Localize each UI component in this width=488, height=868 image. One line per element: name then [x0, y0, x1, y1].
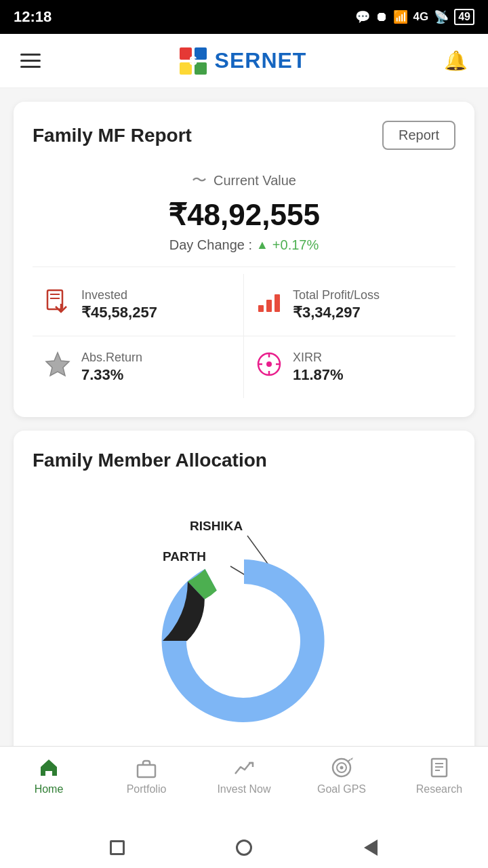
home-circle — [236, 840, 252, 856]
current-value-section: 〜 Current Value ₹48,92,555 Day Change : … — [33, 163, 455, 267]
record-icon: ⏺ — [375, 10, 388, 24]
logo: S SERNET — [178, 46, 307, 76]
svg-marker-12 — [46, 353, 69, 376]
status-bar: 12:18 💬 ⏺ 📶 4G 📡 49 — [0, 0, 488, 34]
nav-label-home: Home — [35, 783, 64, 795]
nav-item-goal[interactable]: Goal GPS — [293, 756, 390, 795]
profit-info: Total Profit/Loss ₹3,34,297 — [293, 288, 380, 321]
portfolio-icon — [135, 756, 158, 779]
metric-invested: Invested ₹45,58,257 — [33, 274, 244, 336]
svg-marker-27 — [350, 757, 353, 760]
xirr-value: 11.87% — [293, 366, 344, 384]
svg-rect-10 — [266, 300, 272, 312]
nav-item-research[interactable]: Research — [390, 756, 488, 795]
invested-label: Invested — [81, 288, 157, 302]
abs-return-icon — [43, 350, 72, 384]
day-change: Day Change : ▲ +0.17% — [33, 237, 455, 253]
notification-bell[interactable]: 🔔 — [444, 50, 468, 72]
home-icon — [37, 756, 60, 779]
sys-back-button[interactable] — [107, 837, 127, 858]
metric-xirr: XIRR 11.87% — [244, 336, 455, 398]
allocation-title: Family Member Allocation — [33, 450, 455, 471]
recents-triangle — [364, 840, 378, 856]
abs-return-value: 7.33% — [81, 366, 142, 384]
chart-container: RISHIKA PARTH — [33, 485, 455, 770]
trend-icon: 〜 — [192, 170, 207, 191]
network-icon: 4G — [413, 10, 429, 24]
nav-label-invest: Invest Now — [217, 783, 270, 795]
svg-rect-9 — [258, 305, 264, 312]
svg-point-14 — [266, 361, 272, 367]
invested-info: Invested ₹45,58,257 — [81, 288, 157, 321]
svg-point-25 — [340, 766, 344, 770]
svg-rect-22 — [138, 765, 155, 777]
card-title: Family MF Report — [33, 125, 192, 146]
battery-icon: 49 — [454, 9, 474, 25]
invest-icon — [232, 756, 256, 779]
current-value-amount: ₹48,92,555 — [33, 197, 455, 232]
svg-rect-5 — [47, 290, 62, 309]
nav-item-portfolio[interactable]: Portfolio — [98, 756, 195, 795]
nav-label-goal: Goal GPS — [317, 783, 366, 795]
up-arrow-icon: ▲ — [256, 238, 268, 252]
profit-icon — [255, 288, 283, 322]
header: S SERNET 🔔 — [0, 34, 488, 88]
invested-icon — [43, 288, 72, 322]
sys-recents-button[interactable] — [361, 837, 381, 858]
svg-line-26 — [348, 760, 350, 762]
signal-icon: 📶 — [393, 9, 408, 24]
abs-return-info: Abs.Return 7.33% — [81, 351, 142, 384]
back-square — [110, 840, 125, 855]
logo-icon: S — [178, 46, 208, 76]
goal-icon — [330, 756, 353, 779]
menu-button[interactable] — [20, 54, 41, 68]
svg-point-21 — [197, 593, 291, 688]
allocation-card: Family Member Allocation RISHIKA PARTH — [14, 431, 474, 789]
msg-icon: 💬 — [355, 9, 370, 24]
current-value-label: 〜 Current Value — [33, 170, 455, 191]
logo-text: SERNET — [215, 48, 307, 73]
bottom-nav: Home Portfolio Invest Now Goal GPS — [0, 746, 488, 827]
metric-profit-loss: Total Profit/Loss ₹3,34,297 — [244, 274, 455, 336]
donut-chart — [142, 539, 346, 743]
xirr-info: XIRR 11.87% — [293, 351, 344, 384]
status-icons: 💬 ⏺ 📶 4G 📡 49 — [355, 9, 474, 25]
time: 12:18 — [14, 8, 52, 26]
metrics-grid: Invested ₹45,58,257 Total Profit/Loss ₹3… — [33, 274, 455, 398]
nav-item-invest[interactable]: Invest Now — [195, 756, 293, 795]
abs-return-label: Abs.Return — [81, 351, 142, 365]
xirr-icon — [255, 350, 283, 384]
metric-abs-return: Abs.Return 7.33% — [33, 336, 244, 398]
card-header: Family MF Report Report — [33, 121, 455, 150]
profit-value: ₹3,34,297 — [293, 304, 380, 321]
nav-item-home[interactable]: Home — [0, 756, 98, 795]
wifi-icon: 📡 — [434, 9, 449, 24]
system-nav — [0, 827, 488, 868]
sys-home-button[interactable] — [234, 837, 254, 858]
nav-label-research: Research — [416, 783, 462, 795]
invested-value: ₹45,58,257 — [81, 304, 157, 321]
research-icon — [428, 756, 451, 779]
profit-label: Total Profit/Loss — [293, 288, 380, 302]
nav-label-portfolio: Portfolio — [127, 783, 167, 795]
day-change-value: +0.17% — [272, 237, 319, 253]
family-mf-report-card: Family MF Report Report 〜 Current Value … — [14, 102, 474, 417]
report-button[interactable]: Report — [382, 121, 455, 150]
xirr-label: XIRR — [293, 351, 344, 365]
svg-rect-11 — [274, 294, 280, 312]
svg-text:S: S — [189, 54, 197, 68]
